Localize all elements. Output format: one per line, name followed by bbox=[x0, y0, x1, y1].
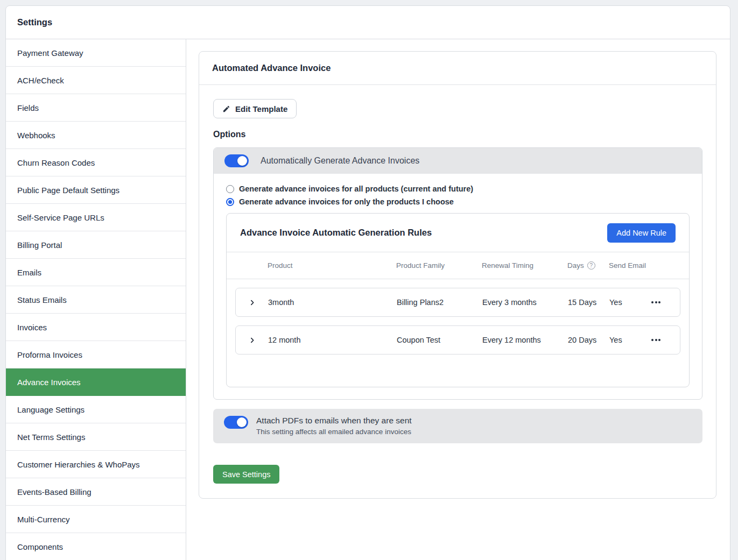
ellipsis-icon[interactable] bbox=[650, 298, 662, 307]
column-days: Days bbox=[567, 261, 584, 270]
rule-row: 3month Billing Plans2 Every 3 months 15 … bbox=[235, 288, 680, 317]
ellipsis-icon[interactable] bbox=[650, 336, 662, 344]
sidebar-item-language-settings[interactable]: Language Settings bbox=[6, 396, 186, 423]
sidebar-item-proforma-invoices[interactable]: Proforma Invoices bbox=[6, 341, 186, 368]
sidebar-item-customer-hierarchies-whopays[interactable]: Customer Hierarchies & WhoPays bbox=[6, 451, 186, 478]
settings-header: Settings bbox=[6, 6, 730, 39]
attach-pdfs-title: Attach PDFs to emails when they are sent bbox=[256, 416, 412, 426]
radio-all-products-label: Generate advance invoices for all produc… bbox=[239, 185, 473, 193]
automated-advance-invoice-card: Automated Advance Invoice Edit Template … bbox=[199, 51, 716, 499]
save-settings-button[interactable]: Save Settings bbox=[213, 465, 279, 484]
sidebar-item-emails[interactable]: Emails bbox=[6, 259, 186, 286]
auto-generate-label: Automatically Generate Advance Invoices bbox=[261, 156, 419, 166]
attach-pdfs-bar: Attach PDFs to emails when they are sent… bbox=[213, 409, 702, 443]
options-heading: Options bbox=[213, 130, 702, 139]
radio-circle-icon[interactable] bbox=[226, 185, 234, 193]
sidebar-item-self-service-page-urls[interactable]: Self-Service Page URLs bbox=[6, 204, 186, 231]
sidebar-item-events-based-billing[interactable]: Events-Based Billing bbox=[6, 478, 186, 506]
attach-pdfs-subtitle: This setting affects all emailed advance… bbox=[256, 428, 412, 436]
page-title: Settings bbox=[17, 17, 52, 27]
column-renewal-timing: Renewal Timing bbox=[482, 261, 567, 270]
main-content: Automated Advance Invoice Edit Template … bbox=[186, 39, 730, 560]
rule-days: 15 Days bbox=[568, 298, 609, 307]
sidebar-item-payment-gateway[interactable]: Payment Gateway bbox=[6, 39, 186, 67]
sidebar-item-net-terms-settings[interactable]: Net Terms Settings bbox=[6, 423, 186, 451]
radio-all-products[interactable]: Generate advance invoices for all produc… bbox=[226, 182, 473, 195]
generation-rules-card: Advance Invoice Automatic Generation Rul… bbox=[226, 213, 690, 387]
sidebar-item-status-emails[interactable]: Status Emails bbox=[6, 286, 186, 314]
rule-product-family: Billing Plans2 bbox=[397, 298, 482, 307]
card-title: Automated Advance Invoice bbox=[212, 63, 331, 73]
rule-product: 3month bbox=[268, 298, 397, 307]
pencil-icon bbox=[222, 105, 230, 113]
sidebar-item-components[interactable]: Components bbox=[6, 533, 186, 560]
rule-product: 12 month bbox=[268, 336, 397, 344]
sidebar-item-churn-reason-codes[interactable]: Churn Reason Codes bbox=[6, 149, 186, 176]
column-send-email: Send Email bbox=[609, 261, 680, 270]
rule-renewal-timing: Every 3 months bbox=[482, 298, 568, 307]
radio-chosen-products-label: Generate advance invoices for only the p… bbox=[239, 197, 454, 206]
sidebar-item-billing-portal[interactable]: Billing Portal bbox=[6, 231, 186, 259]
sidebar-item-advance-invoices[interactable]: Advance Invoices bbox=[6, 368, 186, 396]
card-header: Automated Advance Invoice bbox=[199, 52, 716, 85]
rule-days: 20 Days bbox=[568, 336, 609, 344]
rule-send-email: Yes bbox=[609, 336, 650, 344]
settings-sidebar: Payment Gateway ACH/eCheck Fields Webhoo… bbox=[6, 39, 186, 560]
rule-row: 12 month Coupon Test Every 12 months 20 … bbox=[235, 325, 680, 355]
rule-renewal-timing: Every 12 months bbox=[482, 336, 568, 344]
toggle-knob bbox=[237, 417, 247, 427]
settings-window: Settings Payment Gateway ACH/eCheck Fiel… bbox=[5, 5, 730, 560]
auto-generate-header: Automatically Generate Advance Invoices bbox=[214, 148, 702, 174]
rules-column-headers: Product Product Family Renewal Timing Da… bbox=[227, 252, 689, 279]
edit-template-label: Edit Template bbox=[235, 104, 287, 114]
sidebar-item-invoices[interactable]: Invoices bbox=[6, 314, 186, 341]
sidebar-item-ach-echeck[interactable]: ACH/eCheck bbox=[6, 67, 186, 94]
chevron-right-icon[interactable] bbox=[236, 299, 268, 306]
toggle-knob bbox=[237, 156, 247, 166]
question-circle-icon[interactable]: ? bbox=[587, 261, 595, 270]
attach-pdfs-toggle[interactable] bbox=[224, 416, 248, 429]
column-product: Product bbox=[268, 261, 396, 270]
sidebar-item-multi-currency[interactable]: Multi-Currency bbox=[6, 506, 186, 533]
auto-generate-toggle[interactable] bbox=[224, 154, 249, 167]
add-new-rule-button[interactable]: Add New Rule bbox=[607, 223, 676, 243]
radio-circle-icon[interactable] bbox=[226, 198, 234, 206]
rules-title: Advance Invoice Automatic Generation Rul… bbox=[240, 228, 432, 238]
column-product-family: Product Family bbox=[396, 261, 482, 270]
rule-product-family: Coupon Test bbox=[397, 336, 482, 344]
rule-send-email: Yes bbox=[609, 298, 650, 307]
sidebar-item-webhooks[interactable]: Webhooks bbox=[6, 122, 186, 149]
edit-template-button[interactable]: Edit Template bbox=[213, 99, 297, 118]
chevron-right-icon[interactable] bbox=[236, 337, 268, 344]
auto-generate-panel: Automatically Generate Advance Invoices … bbox=[213, 147, 702, 400]
radio-chosen-products[interactable]: Generate advance invoices for only the p… bbox=[226, 195, 454, 208]
sidebar-item-public-page-default-settings[interactable]: Public Page Default Settings bbox=[6, 176, 186, 204]
sidebar-item-fields[interactable]: Fields bbox=[6, 94, 186, 122]
